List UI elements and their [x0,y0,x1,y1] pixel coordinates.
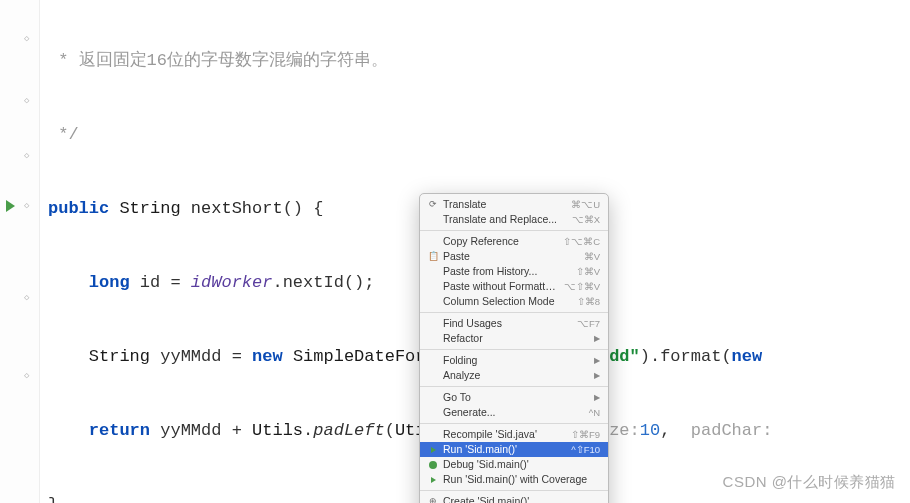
menu-item-label: Folding [443,353,588,368]
submenu-arrow-icon: ▶ [594,392,600,404]
submenu-arrow-icon: ▶ [594,355,600,367]
menu-item-label: Paste from History... [443,264,570,279]
menu-item-label: Generate... [443,405,583,420]
menu-item-analyze[interactable]: Analyze▶ [420,368,608,383]
fold-marker[interactable]: ◇ [24,33,29,46]
submenu-arrow-icon: ▶ [594,370,600,382]
menu-separator [420,490,608,491]
comment: */ [48,125,79,144]
fold-marker[interactable]: ◇ [24,370,29,383]
menu-item-label: Find Usages [443,316,571,331]
menu-shortcut: ⇧⌘V [576,265,600,279]
menu-item-label: Debug 'Sid.main()' [443,457,600,472]
menu-item-paste-without-formatting[interactable]: Paste without Formatting⌥⇧⌘V [420,279,608,294]
run-gutter-icon[interactable] [6,200,15,212]
menu-item-label: Column Selection Mode [443,294,571,309]
menu-item-generate[interactable]: Generate...^N [420,405,608,420]
bug-icon [426,458,440,471]
menu-separator [420,230,608,231]
📋-icon: 📋 [426,250,440,263]
menu-item-label: Go To [443,390,588,405]
menu-shortcut: ⇧⌘8 [577,295,600,309]
watermark: CSDN @什么时候养猫猫 [723,471,896,493]
menu-separator [420,349,608,350]
menu-shortcut: ⌥⌘X [572,213,600,227]
menu-item-label: Recompile 'Sid.java' [443,427,565,442]
menu-item-label: Run 'Sid.main()' [443,442,565,457]
menu-item-create-sid-main[interactable]: ⊕Create 'Sid.main()'... [420,494,608,503]
fold-marker[interactable]: ◇ [24,292,29,305]
play-icon [426,443,440,456]
play-icon [426,473,440,486]
menu-item-go-to[interactable]: Go To▶ [420,390,608,405]
menu-item-label: Translate and Replace... [443,212,566,227]
menu-shortcut: ^N [589,406,600,420]
menu-shortcut: ⌘V [584,250,600,264]
menu-separator [420,386,608,387]
menu-separator [420,423,608,424]
menu-item-translate-and-replace[interactable]: Translate and Replace...⌥⌘X [420,212,608,227]
menu-separator [420,312,608,313]
menu-item-label: Refactor [443,331,588,346]
menu-item-label: Paste [443,249,578,264]
menu-item-debug-sid-main[interactable]: Debug 'Sid.main()' [420,457,608,472]
menu-item-run-sid-main[interactable]: Run 'Sid.main()'^⇧F10 [420,442,608,457]
menu-item-column-selection-mode[interactable]: Column Selection Mode⇧⌘8 [420,294,608,309]
menu-item-label: Analyze [443,368,588,383]
menu-item-refactor[interactable]: Refactor▶ [420,331,608,346]
menu-shortcut: ^⇧F10 [571,443,600,457]
menu-item-label: Copy Reference [443,234,557,249]
menu-item-folding[interactable]: Folding▶ [420,353,608,368]
fold-marker[interactable]: ◇ [24,95,29,108]
submenu-arrow-icon: ▶ [594,333,600,345]
editor-gutter: ◇ ◇ ◇ ◇ ◇ ◇ [0,0,40,503]
menu-item-find-usages[interactable]: Find Usages⌥F7 [420,316,608,331]
menu-shortcut: ⌥F7 [577,317,600,331]
menu-item-run-sid-main-with-coverage[interactable]: Run 'Sid.main()' with Coverage [420,472,608,487]
menu-shortcut: ⌥⇧⌘V [564,280,600,294]
menu-item-copy-reference[interactable]: Copy Reference⇧⌥⌘C [420,234,608,249]
menu-item-label: Create 'Sid.main()'... [443,494,600,503]
context-menu: ⟳Translate⌘⌥UTranslate and Replace...⌥⌘X… [419,193,609,503]
menu-item-paste-from-history[interactable]: Paste from History...⇧⌘V [420,264,608,279]
comment: * 返回固定16位的字母数字混编的字符串。 [48,51,388,70]
menu-item-translate[interactable]: ⟳Translate⌘⌥U [420,197,608,212]
menu-shortcut: ⇧⌘F9 [571,428,600,442]
menu-item-label: Paste without Formatting [443,279,558,294]
menu-item-recompile-sid-java[interactable]: Recompile 'Sid.java'⇧⌘F9 [420,427,608,442]
menu-item-label: Run 'Sid.main()' with Coverage [443,472,600,487]
fold-marker[interactable]: ◇ [24,150,29,163]
fold-marker[interactable]: ◇ [24,200,29,213]
menu-item-paste[interactable]: 📋Paste⌘V [420,249,608,264]
⟳-icon: ⟳ [426,198,440,211]
menu-item-label: Translate [443,197,565,212]
menu-shortcut: ⌘⌥U [571,198,600,212]
⊕-icon: ⊕ [426,495,440,503]
menu-shortcut: ⇧⌥⌘C [563,235,600,249]
